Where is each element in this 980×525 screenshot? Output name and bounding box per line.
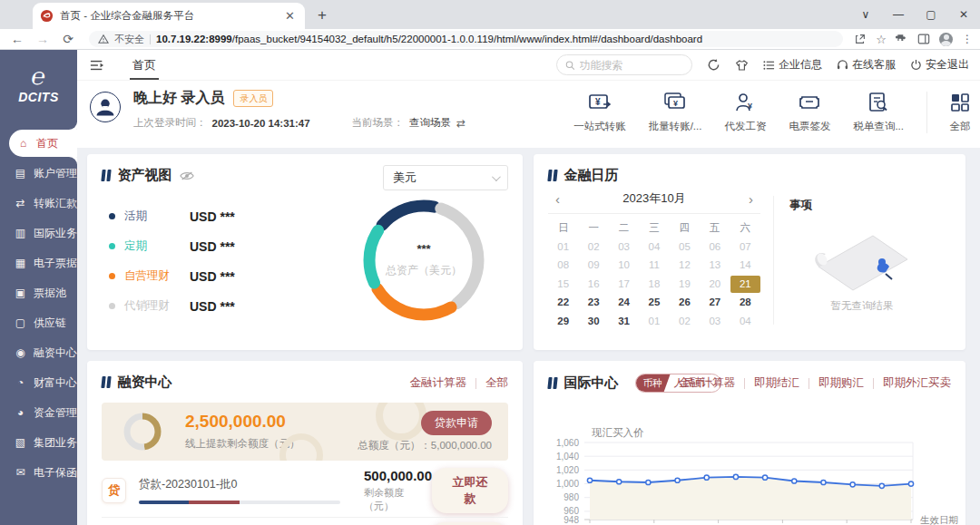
- address-bar[interactable]: 不安全 10.7.19.22:8999/fpaas_bucket/9415403…: [89, 31, 843, 47]
- payroll-person-icon: ¥: [733, 92, 757, 113]
- sidebar-item-supply-chain[interactable]: ▢供应链: [0, 309, 77, 336]
- finance-all-link[interactable]: 全部: [485, 375, 508, 391]
- finance-calculator-link[interactable]: 金融计算器: [410, 375, 467, 391]
- calendar-day[interactable]: 06: [700, 238, 730, 257]
- window-minimize-icon[interactable]: —: [882, 0, 915, 29]
- sidebar-item-group-doc[interactable]: ▧集团业务: [0, 429, 77, 456]
- calendar-day[interactable]: 13: [700, 257, 730, 275]
- sidebar-item-bill-pool[interactable]: ▣票据池: [0, 279, 77, 306]
- window-restore-icon[interactable]: ▢: [915, 0, 947, 29]
- repay-now-button[interactable]: 立即还款: [432, 468, 508, 513]
- calendar-day[interactable]: 18: [639, 276, 669, 294]
- extensions-puzzle-icon[interactable]: [896, 33, 908, 45]
- back-icon[interactable]: ←: [7, 32, 27, 46]
- calendar-day[interactable]: 31: [609, 313, 639, 331]
- calendar-day[interactable]: 23: [578, 294, 608, 312]
- forward-icon[interactable]: →: [33, 32, 53, 46]
- calendar-day[interactable]: 27: [700, 294, 730, 312]
- reload-icon[interactable]: ⟳: [58, 32, 78, 46]
- theme-skin-icon[interactable]: [735, 59, 749, 72]
- calendar-day[interactable]: 04: [730, 313, 760, 331]
- card-title-bars-icon: [548, 377, 557, 389]
- tab-home[interactable]: 首页: [130, 50, 159, 80]
- browser-tab[interactable]: 首页 - 企业综合金融服务平台 ✕: [33, 3, 305, 29]
- calendar-day[interactable]: 01: [548, 238, 578, 257]
- online-service-button[interactable]: 在线客服: [837, 57, 896, 73]
- loan-apply-button[interactable]: 贷款申请: [421, 411, 492, 435]
- quick-action-all[interactable]: 全部: [926, 92, 971, 133]
- calendar-day[interactable]: 02: [670, 313, 700, 331]
- calendar-day[interactable]: 01: [639, 313, 669, 331]
- calendar-day[interactable]: 17: [609, 276, 639, 294]
- sidebar-item-label: 首页: [36, 136, 58, 151]
- sidebar-item-fund-pie[interactable]: ◕资金管理: [0, 399, 77, 426]
- calendar-day[interactable]: 04: [639, 238, 669, 257]
- spot-fx-trade-link[interactable]: 即期外汇买卖: [883, 375, 951, 391]
- refresh-icon[interactable]: [707, 58, 720, 72]
- calendar-day[interactable]: 08: [548, 257, 578, 275]
- calendar-day[interactable]: 12: [670, 257, 700, 275]
- quick-action-one-stop-transfer[interactable]: ¥ 一站式转账: [573, 92, 626, 133]
- share-icon[interactable]: [854, 33, 867, 45]
- function-search[interactable]: [556, 54, 692, 75]
- search-input[interactable]: [580, 59, 683, 72]
- switch-scene-icon[interactable]: ⇄: [456, 117, 466, 130]
- sidebar-item-account-monitor[interactable]: ▤账户管理: [0, 160, 77, 187]
- calendar-day[interactable]: 19: [670, 276, 700, 294]
- logout-button[interactable]: 安全退出: [910, 57, 969, 73]
- prev-month-icon[interactable]: ‹: [552, 191, 564, 207]
- bookmark-star-icon[interactable]: ☆: [876, 33, 887, 46]
- calendar-day[interactable]: 15: [548, 276, 578, 294]
- window-close-icon[interactable]: ✕: [947, 0, 980, 29]
- intl-calculator-link[interactable]: 金融计算器: [679, 375, 736, 391]
- quick-action-payroll[interactable]: ¥ 代发工资: [724, 92, 766, 133]
- calendar-day[interactable]: 24: [609, 294, 639, 312]
- quick-action-ebill-issue[interactable]: 电票签发: [789, 92, 830, 133]
- calendar-day[interactable]: 09: [578, 257, 608, 275]
- page-topbar: 首页 企业信息 在线客服 安全退出: [77, 50, 980, 80]
- next-month-icon[interactable]: ›: [745, 191, 757, 207]
- calendar-day[interactable]: 22: [548, 294, 578, 312]
- side-panel-icon[interactable]: [917, 33, 930, 45]
- eye-hide-icon[interactable]: [180, 170, 194, 181]
- calendar-day[interactable]: 29: [548, 313, 578, 331]
- calendar-day[interactable]: 03: [700, 313, 730, 331]
- window-menu-icon[interactable]: ∨: [849, 0, 882, 29]
- financing-center-card: 融资中心 金融计算器 全部 2,500,000.00 线上提款剩余额度（元） 贷…: [87, 361, 523, 525]
- sidebar-item-transfer-card[interactable]: ⇄转账汇款: [0, 190, 77, 217]
- sidebar-item-international-doc[interactable]: ▥国际业务: [0, 219, 77, 247]
- sidebar-item-wealth-pie[interactable]: ◔财富中心: [0, 369, 77, 396]
- calendar-day[interactable]: 28: [730, 294, 760, 312]
- calendar-day[interactable]: 05: [670, 238, 700, 257]
- sidebar-item-guarantee-mail[interactable]: ✉电子保函: [0, 459, 77, 486]
- calendar-day[interactable]: 02: [578, 238, 608, 257]
- calendar-day[interactable]: 16: [578, 276, 608, 294]
- calendar-day[interactable]: 11: [639, 257, 669, 275]
- sidebar-item-e-bill[interactable]: ▦电子票据: [0, 249, 77, 277]
- spot-purchase-link[interactable]: 即期购汇: [818, 375, 864, 391]
- quick-action-tax-query[interactable]: 税单查询...: [853, 92, 904, 133]
- calendar-day[interactable]: 07: [730, 238, 760, 257]
- calendar-day-today[interactable]: 21: [730, 276, 760, 294]
- profile-avatar[interactable]: [939, 33, 953, 46]
- calendar-day[interactable]: 26: [670, 294, 700, 312]
- currency-select[interactable]: 美元: [383, 165, 508, 190]
- collapse-menu-icon[interactable]: [90, 59, 104, 72]
- calendar-day[interactable]: 03: [609, 238, 639, 257]
- calendar-day[interactable]: 20: [700, 276, 730, 294]
- browser-menu-dots-icon[interactable]: ⋮: [962, 33, 973, 45]
- sidebar-item-label: 国际业务: [34, 226, 77, 241]
- calendar-day[interactable]: 14: [730, 257, 760, 275]
- spot-settlement-link[interactable]: 即期结汇: [754, 375, 799, 391]
- calendar-day[interactable]: 30: [578, 313, 608, 331]
- sidebar-item-home[interactable]: ⌂首页: [9, 130, 77, 157]
- calendar-day[interactable]: 10: [609, 257, 639, 275]
- sidebar-item-financing[interactable]: ◉融资中心: [0, 339, 77, 366]
- svg-text:1,060: 1,060: [556, 438, 579, 448]
- quick-action-batch-transfer[interactable]: ¥ 批量转账/...: [649, 92, 702, 133]
- exchange-rate-chart: 9489609801,0001,0201,0401,060生效日期: [543, 437, 965, 525]
- calendar-day[interactable]: 25: [639, 294, 669, 312]
- tab-close-icon[interactable]: ✕: [282, 9, 298, 23]
- enterprise-info-button[interactable]: 企业信息: [763, 57, 822, 73]
- new-tab-button[interactable]: +: [318, 6, 327, 24]
